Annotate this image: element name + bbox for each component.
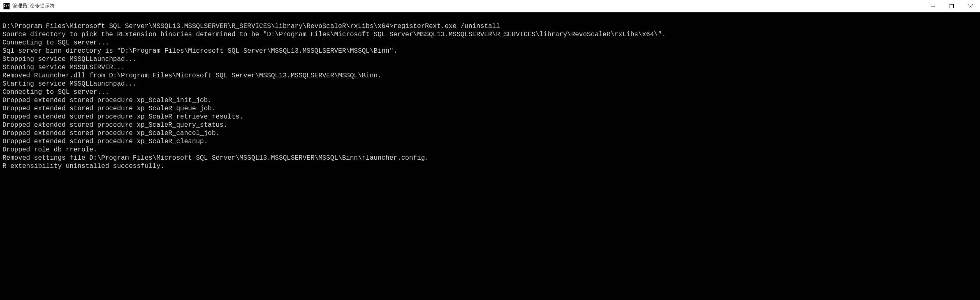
terminal-line: Stopping service MSSQLLaunchpad...	[2, 55, 978, 63]
terminal-line: Sql server binn directory is "D:\Program…	[2, 47, 978, 55]
terminal-line	[2, 14, 978, 22]
minimize-button[interactable]	[923, 0, 942, 12]
terminal-line: Dropped extended stored procedure xp_Sca…	[2, 96, 978, 105]
maximize-icon	[950, 4, 954, 8]
terminal-line: Dropped extended stored procedure xp_Sca…	[2, 113, 978, 121]
window-controls	[923, 0, 980, 12]
minimize-icon	[931, 4, 935, 8]
terminal-line: Source directory to pick the RExtension …	[2, 30, 978, 39]
terminal-output[interactable]: D:\Program Files\Microsoft SQL Server\MS…	[0, 12, 980, 300]
terminal-line: D:\Program Files\Microsoft SQL Server\MS…	[2, 22, 978, 30]
terminal-line: Dropped extended stored procedure xp_Sca…	[2, 137, 978, 146]
terminal-line: Removed settings file D:\Program Files\M…	[2, 154, 978, 162]
terminal-line: R extensibility uninstalled successfully…	[2, 162, 978, 170]
terminal-line: Dropped extended stored procedure xp_Sca…	[2, 121, 978, 129]
maximize-button[interactable]	[942, 0, 961, 12]
window-title: 管理员: 命令提示符	[12, 2, 923, 9]
terminal-line: Connecting to SQL server...	[2, 39, 978, 47]
titlebar[interactable]: C:\ 管理员: 命令提示符	[0, 0, 980, 12]
terminal-line: Removed RLauncher.dll from D:\Program Fi…	[2, 72, 978, 80]
terminal-line: Starting service MSSQLLaunchpad...	[2, 80, 978, 88]
terminal-line: Dropped extended stored procedure xp_Sca…	[2, 129, 978, 137]
svg-rect-1	[950, 4, 954, 8]
close-button[interactable]	[961, 0, 980, 12]
terminal-line: Stopping service MSSQLSERVER...	[2, 63, 978, 72]
command-prompt-window: C:\ 管理员: 命令提示符 D:\Program Files\Mic	[0, 0, 980, 300]
terminal-line: Dropped extended stored procedure xp_Sca…	[2, 105, 978, 113]
terminal-line: Dropped role db_rrerole.	[2, 146, 978, 154]
app-icon: C:\	[3, 3, 10, 9]
terminal-line: Connecting to SQL server...	[2, 88, 978, 96]
close-icon	[968, 4, 973, 8]
